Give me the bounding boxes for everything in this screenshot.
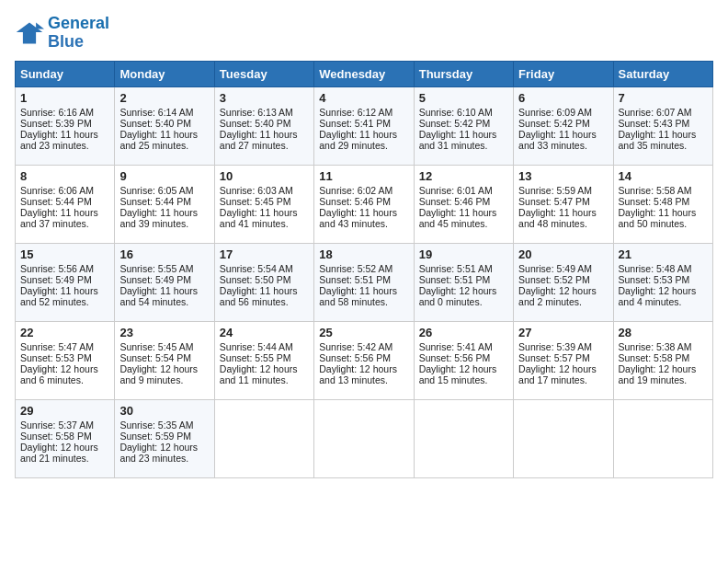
calendar-day: 24 Sunrise: 5:44 AM Sunset: 5:55 PM Dayl… — [214, 321, 313, 399]
day-number: 1 — [20, 91, 109, 105]
day-number: 30 — [119, 404, 209, 418]
sunset: Sunset: 5:53 PM — [20, 352, 92, 363]
sunset: Sunset: 5:46 PM — [419, 196, 491, 207]
weekday-header: Monday — [115, 61, 214, 86]
daylight: Daylight: 12 hours and 23 minutes. — [119, 442, 198, 464]
daylight: Daylight: 12 hours and 2 minutes. — [518, 285, 597, 307]
day-number: 16 — [119, 247, 209, 261]
weekday-header: Wednesday — [314, 61, 414, 86]
sunrise: Sunrise: 6:07 AM — [619, 107, 692, 118]
sunrise: Sunrise: 5:41 AM — [419, 341, 493, 352]
sunset: Sunset: 5:54 PM — [119, 352, 191, 363]
calendar-day: 5 Sunrise: 6:10 AM Sunset: 5:42 PM Dayli… — [414, 86, 513, 165]
calendar-day: 1 Sunrise: 6:16 AM Sunset: 5:39 PM Dayli… — [16, 86, 115, 165]
logo-text: General Blue — [48, 15, 109, 52]
day-number: 8 — [20, 169, 109, 183]
sunset: Sunset: 5:53 PM — [619, 274, 690, 285]
sunrise: Sunrise: 6:16 AM — [20, 107, 94, 118]
day-number: 3 — [220, 91, 309, 105]
calendar-day: 11 Sunrise: 6:02 AM Sunset: 5:46 PM Dayl… — [314, 165, 414, 243]
sunset: Sunset: 5:44 PM — [20, 196, 92, 207]
sunset: Sunset: 5:55 PM — [220, 352, 291, 363]
day-number: 22 — [20, 326, 109, 339]
sunset: Sunset: 5:42 PM — [518, 118, 590, 129]
sunrise: Sunrise: 6:10 AM — [419, 107, 493, 118]
weekday-header: Friday — [514, 61, 613, 86]
day-number: 11 — [319, 169, 408, 183]
sunrise: Sunrise: 5:48 AM — [619, 263, 692, 274]
sunrise: Sunrise: 5:52 AM — [319, 263, 392, 274]
day-number: 20 — [518, 247, 608, 261]
calendar-day: 20 Sunrise: 5:49 AM Sunset: 5:52 PM Dayl… — [514, 243, 613, 321]
sunset: Sunset: 5:39 PM — [20, 118, 92, 129]
daylight: Daylight: 11 hours and 37 minutes. — [20, 207, 98, 229]
sunset: Sunset: 5:57 PM — [518, 352, 590, 363]
daylight: Daylight: 11 hours and 48 minutes. — [518, 207, 597, 229]
sunset: Sunset: 5:47 PM — [518, 196, 590, 207]
empty-cell — [613, 399, 712, 477]
sunset: Sunset: 5:56 PM — [419, 352, 491, 363]
logo: General Blue — [15, 15, 109, 52]
sunset: Sunset: 5:58 PM — [20, 431, 92, 442]
daylight: Daylight: 11 hours and 41 minutes. — [220, 207, 298, 229]
calendar-day: 9 Sunrise: 6:05 AM Sunset: 5:44 PM Dayli… — [115, 165, 214, 243]
calendar-day: 26 Sunrise: 5:41 AM Sunset: 5:56 PM Dayl… — [414, 321, 513, 399]
daylight: Daylight: 12 hours and 21 minutes. — [20, 442, 98, 464]
daylight: Daylight: 11 hours and 33 minutes. — [518, 129, 597, 151]
sunset: Sunset: 5:56 PM — [319, 352, 391, 363]
day-number: 6 — [518, 91, 608, 105]
day-number: 10 — [220, 169, 309, 183]
sunset: Sunset: 5:42 PM — [419, 118, 491, 129]
sunrise: Sunrise: 6:02 AM — [319, 185, 392, 196]
day-number: 18 — [319, 247, 408, 261]
day-number: 12 — [419, 169, 508, 183]
day-number: 14 — [619, 169, 708, 183]
calendar-day: 23 Sunrise: 5:45 AM Sunset: 5:54 PM Dayl… — [115, 321, 214, 399]
sunset: Sunset: 5:50 PM — [220, 274, 291, 285]
sunrise: Sunrise: 6:01 AM — [419, 185, 493, 196]
daylight: Daylight: 11 hours and 52 minutes. — [20, 285, 98, 307]
calendar-day: 17 Sunrise: 5:54 AM Sunset: 5:50 PM Dayl… — [214, 243, 313, 321]
day-number: 2 — [119, 91, 209, 105]
calendar-day: 25 Sunrise: 5:42 AM Sunset: 5:56 PM Dayl… — [314, 321, 414, 399]
sunrise: Sunrise: 5:45 AM — [119, 341, 193, 352]
calendar-day: 13 Sunrise: 5:59 AM Sunset: 5:47 PM Dayl… — [514, 165, 613, 243]
sunset: Sunset: 5:49 PM — [20, 274, 92, 285]
sunset: Sunset: 5:59 PM — [119, 431, 191, 442]
daylight: Daylight: 12 hours and 17 minutes. — [518, 363, 597, 385]
day-number: 7 — [619, 91, 708, 105]
weekday-header: Thursday — [414, 61, 513, 86]
day-number: 17 — [220, 247, 309, 261]
daylight: Daylight: 12 hours and 0 minutes. — [419, 285, 497, 307]
daylight: Daylight: 11 hours and 39 minutes. — [119, 207, 198, 229]
calendar-day: 8 Sunrise: 6:06 AM Sunset: 5:44 PM Dayli… — [16, 165, 115, 243]
sunset: Sunset: 5:49 PM — [119, 274, 191, 285]
day-number: 25 — [319, 326, 408, 339]
calendar-day: 30 Sunrise: 5:35 AM Sunset: 5:59 PM Dayl… — [115, 399, 214, 477]
sunset: Sunset: 5:40 PM — [220, 118, 291, 129]
sunrise: Sunrise: 5:59 AM — [518, 185, 592, 196]
empty-cell — [314, 399, 414, 477]
sunset: Sunset: 5:51 PM — [319, 274, 391, 285]
calendar-day: 2 Sunrise: 6:14 AM Sunset: 5:40 PM Dayli… — [115, 86, 214, 165]
daylight: Daylight: 11 hours and 35 minutes. — [619, 129, 697, 151]
day-number: 19 — [419, 247, 508, 261]
calendar-day: 4 Sunrise: 6:12 AM Sunset: 5:41 PM Dayli… — [314, 86, 414, 165]
calendar-day: 10 Sunrise: 6:03 AM Sunset: 5:45 PM Dayl… — [214, 165, 313, 243]
sunset: Sunset: 5:45 PM — [220, 196, 291, 207]
sunrise: Sunrise: 6:09 AM — [518, 107, 592, 118]
sunrise: Sunrise: 5:51 AM — [419, 263, 493, 274]
sunrise: Sunrise: 5:39 AM — [518, 341, 592, 352]
day-number: 27 — [518, 326, 608, 339]
empty-cell — [414, 399, 513, 477]
daylight: Daylight: 11 hours and 54 minutes. — [119, 285, 198, 307]
sunset: Sunset: 5:44 PM — [119, 196, 191, 207]
sunrise: Sunrise: 6:06 AM — [20, 185, 94, 196]
empty-cell — [214, 399, 313, 477]
weekday-header: Saturday — [613, 61, 712, 86]
calendar-day: 19 Sunrise: 5:51 AM Sunset: 5:51 PM Dayl… — [414, 243, 513, 321]
sunrise: Sunrise: 6:13 AM — [220, 107, 293, 118]
daylight: Daylight: 12 hours and 11 minutes. — [220, 363, 298, 385]
sunrise: Sunrise: 6:05 AM — [119, 185, 193, 196]
sunset: Sunset: 5:40 PM — [119, 118, 191, 129]
